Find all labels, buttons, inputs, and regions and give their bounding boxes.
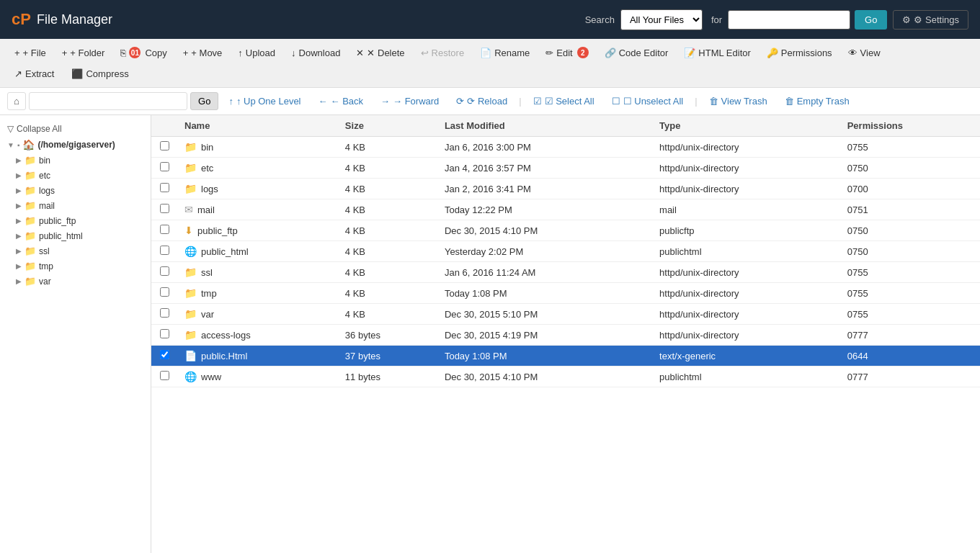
table-row[interactable]: ✉mail4 KBToday 12:22 PMmail0751 — [151, 199, 980, 220]
sidebar-item-var[interactable]: ▶ 📁 var — [0, 274, 151, 289]
row-checkbox-cell[interactable] — [151, 199, 177, 220]
empty-trash-button[interactable]: 🗑 Empty Trash — [778, 92, 857, 110]
row-type: httpd/unix-directory — [652, 179, 840, 199]
sidebar-item-mail[interactable]: ▶ 📁 mail — [0, 198, 151, 213]
row-name[interactable]: 📁var — [177, 304, 338, 325]
app-title: File Manager — [37, 12, 585, 27]
row-name[interactable]: 📁access-logs — [177, 325, 338, 346]
unselect-all-button[interactable]: ☐ ☐ Unselect All — [605, 92, 691, 110]
sidebar-item-ssl[interactable]: ▶ 📁 ssl — [0, 243, 151, 258]
edit-button[interactable]: ✏ Edit 2 — [538, 43, 595, 62]
cpanel-logo: cP — [12, 10, 31, 29]
new-folder-button[interactable]: + + Folder — [55, 44, 112, 62]
compress-icon: ⬛ — [71, 68, 83, 79]
search-input[interactable] — [728, 10, 850, 30]
new-file-button[interactable]: + + File — [7, 44, 53, 62]
restore-button[interactable]: ↩ Restore — [414, 44, 472, 62]
row-checkbox[interactable] — [160, 225, 169, 234]
row-checkbox[interactable] — [160, 329, 169, 338]
table-row[interactable]: 📁var4 KBDec 30, 2015 5:10 PMhttpd/unix-d… — [151, 304, 980, 325]
move-button[interactable]: + + Move — [176, 44, 230, 62]
sidebar-item-tmp[interactable]: ▶ 📁 tmp — [0, 258, 151, 274]
row-name[interactable]: 🌐www — [177, 367, 338, 387]
compress-button[interactable]: ⬛ Compress — [64, 65, 135, 83]
sidebar-item-public-ftp[interactable]: ▶ 📁 public_ftp — [0, 213, 151, 228]
row-checkbox[interactable] — [160, 183, 169, 192]
sidebar-item-public-html[interactable]: ▶ 📁 public_html — [0, 228, 151, 243]
upload-button[interactable]: ↑ Upload — [231, 44, 282, 62]
row-name[interactable]: 📁tmp — [177, 283, 338, 304]
sidebar-item-bin[interactable]: ▶ 📁 bin — [0, 153, 151, 168]
row-name[interactable]: ✉mail — [177, 199, 338, 220]
sidebar-item-root[interactable]: ▼ ▪ 🏠 (/home/gigaserver) — [0, 137, 151, 153]
table-row[interactable]: ⬇public_ftp4 KBDec 30, 2015 4:10 PMpubli… — [151, 220, 980, 241]
sidebar-item-logs[interactable]: ▶ 📁 logs — [0, 183, 151, 198]
table-row[interactable]: 🌐public_html4 KBYesterday 2:02 PMpublich… — [151, 241, 980, 262]
row-checkbox-cell[interactable] — [151, 158, 177, 179]
row-checkbox-cell[interactable] — [151, 367, 177, 387]
col-size[interactable]: Size — [338, 115, 437, 137]
up-one-level-button[interactable]: ↑ ↑ Up One Level — [221, 92, 308, 110]
row-checkbox[interactable] — [160, 308, 169, 318]
row-checkbox[interactable] — [160, 287, 169, 297]
html-editor-button[interactable]: 📝 HTML Editor — [677, 44, 757, 62]
row-name[interactable]: 📁ssl — [177, 262, 338, 283]
col-modified[interactable]: Last Modified — [437, 115, 652, 137]
delete-button[interactable]: ✕ ✕ Delete — [349, 44, 411, 62]
row-checkbox-cell[interactable] — [151, 325, 177, 346]
row-name[interactable]: ⬇public_ftp — [177, 220, 338, 241]
table-row[interactable]: 🌐www11 bytesDec 30, 2015 4:10 PMpublicht… — [151, 367, 980, 387]
row-checkbox[interactable] — [160, 371, 169, 380]
table-row[interactable]: 📄public.Html37 bytesToday 1:08 PMtext/x-… — [151, 346, 980, 367]
view-button[interactable]: 👁 View — [841, 44, 888, 62]
row-checkbox[interactable] — [160, 162, 169, 171]
table-row[interactable]: 📁bin4 KBJan 6, 2016 3:00 PMhttpd/unix-di… — [151, 137, 980, 158]
download-button[interactable]: ↓ Download — [284, 44, 347, 62]
home-button[interactable]: ⌂ — [7, 92, 26, 110]
row-checkbox[interactable] — [160, 350, 169, 359]
back-button[interactable]: ← ← Back — [311, 92, 371, 110]
search-scope-select[interactable]: All Your Files Public HTML Home Dir — [620, 9, 703, 30]
table-row[interactable]: 📁ssl4 KBJan 6, 2016 11:24 AMhttpd/unix-d… — [151, 262, 980, 283]
col-permissions[interactable]: Permissions — [840, 115, 980, 137]
col-type[interactable]: Type — [652, 115, 840, 137]
row-checkbox-cell[interactable] — [151, 241, 177, 262]
row-checkbox-cell[interactable] — [151, 137, 177, 158]
row-name[interactable]: 🌐public_html — [177, 241, 338, 262]
sidebar-item-etc[interactable]: ▶ 📁 etc — [0, 168, 151, 183]
row-checkbox-cell[interactable] — [151, 179, 177, 199]
row-checkbox-cell[interactable] — [151, 304, 177, 325]
path-go-button[interactable]: Go — [190, 92, 218, 110]
permissions-button[interactable]: 🔑 Permissions — [760, 44, 839, 62]
copy-button[interactable]: ⎘ 01 Copy — [113, 43, 174, 62]
row-checkbox-cell[interactable] — [151, 346, 177, 367]
reload-button[interactable]: ⟳ ⟳ Reload — [449, 92, 514, 110]
collapse-all-button[interactable]: ▽ Collapse All — [0, 121, 151, 137]
table-row[interactable]: 📁logs4 KBJan 2, 2016 3:41 PMhttpd/unix-d… — [151, 179, 980, 199]
row-checkbox-cell[interactable] — [151, 283, 177, 304]
search-go-button[interactable]: Go — [855, 10, 887, 30]
code-editor-button[interactable]: 🔗 Code Editor — [597, 44, 676, 62]
rename-button[interactable]: 📄 Rename — [473, 44, 537, 62]
forward-button[interactable]: → → Forward — [373, 92, 446, 110]
row-checkbox[interactable] — [160, 246, 169, 255]
row-name[interactable]: 📁logs — [177, 179, 338, 199]
row-checkbox[interactable] — [160, 141, 169, 150]
row-name[interactable]: 📁bin — [177, 137, 338, 158]
view-trash-button[interactable]: 🗑 View Trash — [702, 92, 775, 110]
col-name[interactable]: Name — [177, 115, 338, 137]
path-input[interactable] — [29, 92, 187, 110]
settings-button[interactable]: ⚙ ⚙ Settings — [893, 10, 968, 30]
table-row[interactable]: 📁etc4 KBJan 4, 2016 3:57 PMhttpd/unix-di… — [151, 158, 980, 179]
row-checkbox[interactable] — [160, 204, 169, 213]
row-checkbox-cell[interactable] — [151, 262, 177, 283]
table-row[interactable]: 📁access-logs36 bytesDec 30, 2015 4:19 PM… — [151, 325, 980, 346]
extract-button[interactable]: ↗ Extract — [7, 65, 61, 83]
row-size: 4 KB — [338, 283, 437, 304]
row-checkbox[interactable] — [160, 266, 169, 276]
table-row[interactable]: 📁tmp4 KBToday 1:08 PMhttpd/unix-director… — [151, 283, 980, 304]
row-checkbox-cell[interactable] — [151, 220, 177, 241]
row-name[interactable]: 📄public.Html — [177, 346, 338, 367]
row-name[interactable]: 📁etc — [177, 158, 338, 179]
select-all-button[interactable]: ☑ ☑ Select All — [526, 92, 602, 110]
